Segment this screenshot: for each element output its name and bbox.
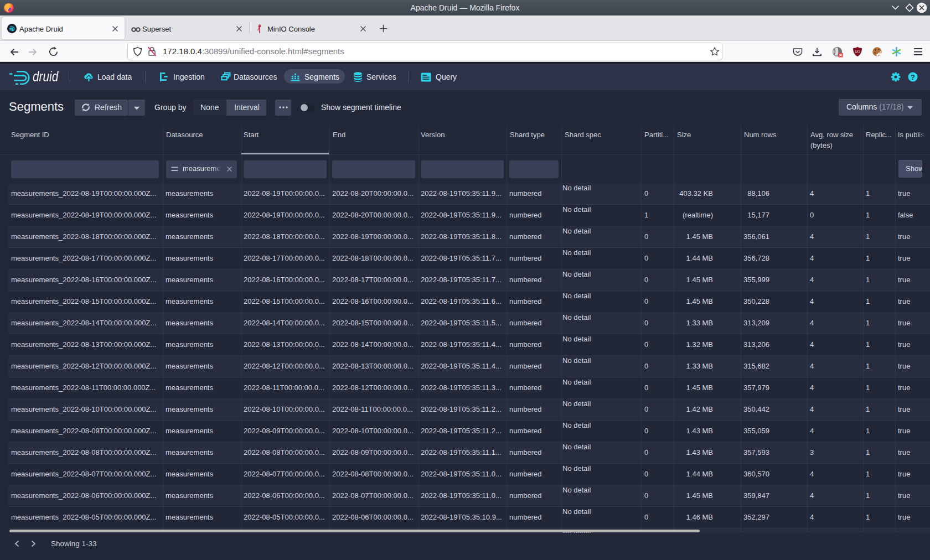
svg-text:?: ? — [911, 73, 915, 81]
svg-text:UO: UO — [855, 50, 860, 54]
